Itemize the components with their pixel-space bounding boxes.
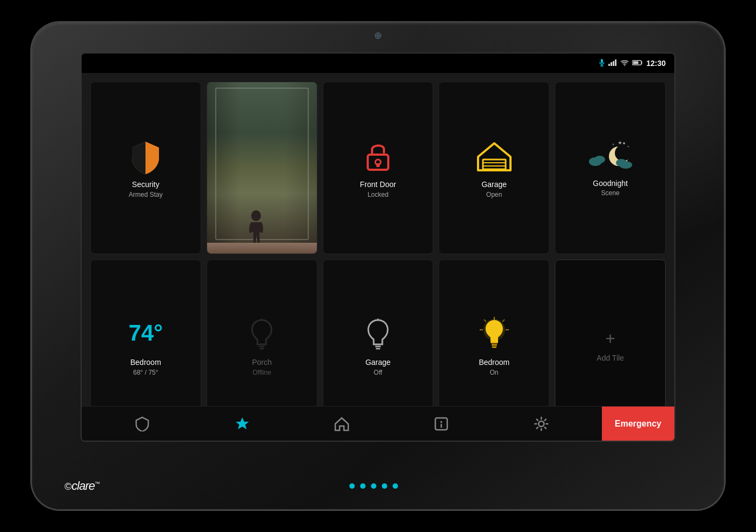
bedroom-light-sublabel: On	[490, 369, 499, 376]
svg-point-7	[624, 65, 625, 66]
front-door-tile[interactable]: Front Door Locked	[323, 82, 434, 254]
tablet-screen: 12:30 Secur	[81, 52, 675, 442]
moon-icon	[589, 139, 632, 174]
tablet-bottom: ©clare™	[32, 479, 724, 493]
porch-light-label: Porch	[252, 357, 272, 367]
temp-value: 74°	[129, 322, 163, 344]
svg-rect-6	[615, 59, 616, 66]
status-bar: 12:30	[82, 54, 674, 73]
svg-point-50	[539, 421, 544, 427]
trademark: ™	[95, 481, 100, 487]
settings-nav-item[interactable]	[523, 412, 560, 436]
bedroom-temp-sublabel: 68° / 75°	[133, 369, 158, 376]
add-tile-label: Add Tile	[596, 353, 624, 363]
front-door-label: Front Door	[360, 179, 396, 189]
front-camera	[375, 32, 381, 39]
info-nav-item[interactable]	[423, 412, 460, 436]
main-content: Security Armed Stay	[82, 73, 674, 441]
svg-point-18	[594, 156, 605, 163]
bedroom-bulb-icon	[475, 315, 513, 353]
svg-rect-4	[611, 62, 612, 66]
garage-label: Garage	[481, 179, 507, 189]
security-sublabel: Armed Stay	[129, 191, 163, 198]
lock-icon	[359, 137, 397, 175]
svg-rect-3	[608, 64, 610, 66]
svg-rect-9	[633, 61, 639, 64]
garage-icon	[475, 137, 513, 175]
battery-icon	[632, 59, 643, 68]
svg-marker-46	[236, 417, 249, 429]
svg-rect-13	[376, 163, 380, 167]
svg-line-41	[502, 320, 505, 322]
home-nav-item[interactable]	[323, 412, 360, 436]
brand-name: clare	[71, 479, 95, 493]
tile-grid: Security Armed Stay	[90, 82, 666, 432]
goodnight-tile[interactable]: Goodnight Scene	[555, 82, 666, 254]
goodnight-sublabel: Scene	[601, 189, 620, 197]
svg-line-42	[484, 320, 486, 322]
svg-point-25	[615, 145, 631, 161]
security-tile[interactable]: Security Armed Stay	[90, 82, 201, 254]
svg-rect-11	[368, 155, 388, 170]
garage-light-sublabel: Off	[374, 369, 382, 376]
goodnight-label: Goodnight	[593, 178, 628, 188]
security-icon	[127, 137, 164, 175]
garage-sublabel: Open	[486, 191, 502, 198]
svg-rect-14	[483, 159, 506, 169]
svg-marker-19	[618, 141, 622, 144]
clare-logo: ©clare™	[64, 479, 100, 493]
clock: 12:30	[646, 59, 666, 68]
svg-rect-0	[601, 59, 603, 63]
status-icons: 12:30	[599, 59, 666, 68]
nav-items	[82, 412, 602, 436]
svg-point-27	[616, 159, 627, 167]
camera-feed	[207, 82, 317, 254]
porch-bulb-icon	[243, 315, 281, 353]
bottom-nav: Emergency	[82, 406, 674, 441]
tablet-shell: 12:30 Secur	[32, 23, 724, 509]
emergency-button[interactable]: Emergency	[602, 407, 674, 441]
dot-2	[360, 483, 366, 489]
security-nav-item[interactable]	[124, 412, 161, 436]
garage-bulb-icon	[359, 315, 397, 353]
bedroom-temp-label: Bedroom	[130, 357, 161, 367]
dot-4	[382, 483, 387, 489]
garage-tile[interactable]: Garage Open	[439, 82, 549, 254]
garage-light-label: Garage	[366, 357, 391, 367]
front-door-sublabel: Locked	[368, 191, 389, 198]
wifi-icon	[620, 59, 629, 68]
svg-point-10	[251, 210, 261, 221]
temp-icon: 74°	[127, 315, 164, 353]
favorites-nav-item[interactable]	[224, 412, 261, 436]
dot-1	[349, 483, 355, 489]
dot-5	[393, 483, 398, 489]
svg-point-20	[623, 142, 625, 144]
svg-point-23	[612, 143, 614, 145]
mic-icon	[599, 59, 605, 68]
svg-rect-5	[613, 61, 614, 66]
security-label: Security	[132, 179, 160, 189]
dot-3	[371, 483, 376, 489]
bedroom-light-label: Bedroom	[479, 357, 509, 367]
camera-tile[interactable]	[207, 82, 317, 254]
signal-icon	[608, 59, 617, 68]
porch-light-sublabel: Offline	[253, 369, 271, 376]
plus-icon: +	[605, 329, 615, 349]
page-dots	[349, 483, 398, 489]
